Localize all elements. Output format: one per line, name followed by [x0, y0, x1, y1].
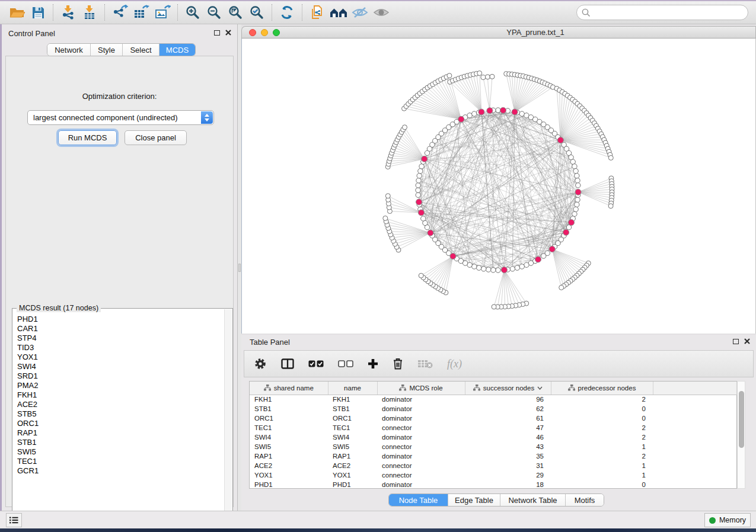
dominator-node[interactable] [535, 257, 541, 262]
network-node[interactable] [519, 264, 524, 269]
network-node[interactable] [515, 265, 519, 270]
close-window-icon[interactable] [249, 29, 256, 36]
network-node[interactable] [419, 273, 423, 278]
network-node[interactable] [416, 188, 420, 193]
network-node[interactable] [485, 75, 490, 79]
network-node[interactable] [419, 164, 424, 169]
mcds-result-item[interactable]: PHD1 [17, 315, 223, 324]
network-node[interactable] [510, 267, 515, 271]
network-node[interactable] [403, 125, 407, 130]
gear-icon[interactable] [254, 357, 267, 370]
network-node[interactable] [519, 111, 524, 116]
network-node[interactable] [472, 264, 477, 269]
mcds-result-item[interactable]: ORC1 [17, 419, 223, 428]
mcds-result-item[interactable]: RAP1 [17, 428, 223, 438]
dominator-node[interactable] [575, 189, 581, 195]
tab-network[interactable]: Network [47, 44, 91, 56]
network-node[interactable] [481, 75, 486, 80]
mcds-result-item[interactable]: SWI5 [17, 447, 223, 457]
network-node[interactable] [496, 268, 500, 273]
mcds-result-item[interactable]: STB1 [17, 438, 223, 447]
column-header-name[interactable]: name [328, 382, 377, 395]
network-node[interactable] [573, 207, 578, 211]
show-all-icon[interactable] [371, 3, 392, 22]
network-node[interactable] [575, 197, 580, 202]
tab-style[interactable]: Style [91, 44, 123, 56]
network-node[interactable] [492, 305, 496, 309]
dominator-node[interactable] [549, 246, 555, 252]
add-icon[interactable] [368, 358, 378, 369]
network-node[interactable] [608, 204, 613, 209]
mcds-result-item[interactable]: SWI4 [17, 362, 223, 371]
dominator-node[interactable] [487, 108, 493, 114]
table-row[interactable]: PHD1PHD1dominator180 [250, 480, 736, 489]
network-node[interactable] [383, 216, 388, 220]
tab-select[interactable]: Select [123, 44, 160, 56]
select-all-icon[interactable] [308, 360, 324, 367]
network-node[interactable] [491, 268, 496, 273]
duplicate-network-icon[interactable] [307, 3, 328, 22]
mcds-result-item[interactable]: ACE2 [17, 400, 223, 409]
dominator-node[interactable] [428, 230, 433, 236]
tab-node-table[interactable]: Node Table [389, 494, 448, 506]
column-header-predecessor-nodes[interactable]: predecessor nodes [551, 382, 653, 395]
network-node[interactable] [417, 174, 422, 178]
columns-icon[interactable] [281, 358, 294, 369]
dominator-node[interactable] [563, 229, 569, 235]
search-input[interactable] [576, 5, 748, 20]
network-node[interactable] [472, 111, 477, 116]
network-node[interactable] [447, 73, 452, 78]
network-node[interactable] [481, 267, 486, 271]
table-row[interactable]: FKH1FKH1dominator962 [250, 395, 736, 404]
network-node[interactable] [477, 265, 481, 270]
mcds-result-item[interactable]: YOX1 [17, 352, 223, 362]
memory-button[interactable]: Memory [704, 513, 751, 527]
dominator-node[interactable] [557, 137, 563, 143]
network-node[interactable] [575, 174, 579, 178]
close-table-panel-icon[interactable] [744, 338, 750, 344]
column-header-shared-name[interactable]: shared name [250, 382, 328, 395]
network-graph[interactable] [242, 39, 755, 333]
network-node[interactable] [418, 169, 423, 174]
mcds-result-item[interactable]: TEC1 [17, 457, 223, 466]
criterion-select[interactable]: largest connected component (undirected) [27, 110, 214, 125]
zoom-in-icon[interactable] [182, 3, 203, 22]
network-node[interactable] [385, 194, 390, 198]
table-row[interactable]: STB1STB1dominator620 [250, 404, 736, 414]
mcds-result-item[interactable]: FKH1 [17, 390, 223, 400]
network-node[interactable] [416, 183, 420, 188]
table-row[interactable]: SWI5SWI5connector431 [250, 442, 736, 451]
export-table-icon[interactable] [130, 3, 152, 22]
network-node[interactable] [477, 71, 482, 76]
network-node[interactable] [490, 74, 495, 79]
import-table-icon[interactable] [79, 3, 100, 22]
network-node[interactable] [572, 164, 577, 169]
mcds-result-item[interactable]: TID3 [17, 343, 223, 352]
table-row[interactable]: YOX1YOX1connector291 [250, 470, 736, 480]
deselect-all-icon[interactable] [338, 360, 353, 367]
dominator-node[interactable] [418, 210, 424, 216]
dominator-node[interactable] [512, 109, 518, 115]
table-row[interactable]: ORC1ORC1dominator610 [250, 414, 736, 423]
hide-selected-icon[interactable] [349, 3, 371, 22]
import-network-icon[interactable] [58, 3, 79, 22]
export-network-icon[interactable] [109, 3, 130, 22]
network-node[interactable] [421, 216, 426, 221]
network-node[interactable] [575, 178, 580, 183]
mcds-result-item[interactable]: SRD1 [17, 371, 223, 381]
tab-motifs[interactable]: Motifs [566, 494, 604, 506]
column-header-mcds-role[interactable]: MCDS role [377, 382, 465, 395]
table-row[interactable]: RAP1RAP1dominator352 [250, 451, 736, 461]
tab-network-table[interactable]: Network Table [500, 494, 566, 506]
maximize-window-icon[interactable] [273, 29, 280, 36]
column-header-successor-nodes[interactable]: successor nodes [465, 382, 551, 395]
tab-mcds[interactable]: MCDS [160, 44, 195, 56]
network-canvas[interactable] [241, 39, 756, 334]
zoom-fit-icon[interactable] [225, 3, 246, 22]
float-panel-icon[interactable] [214, 30, 220, 36]
minimize-window-icon[interactable] [261, 29, 268, 36]
dominator-node[interactable] [569, 220, 575, 226]
network-node[interactable] [541, 254, 546, 258]
first-neighbors-icon[interactable] [328, 3, 349, 22]
table-scrollbar-thumb[interactable] [739, 391, 744, 448]
